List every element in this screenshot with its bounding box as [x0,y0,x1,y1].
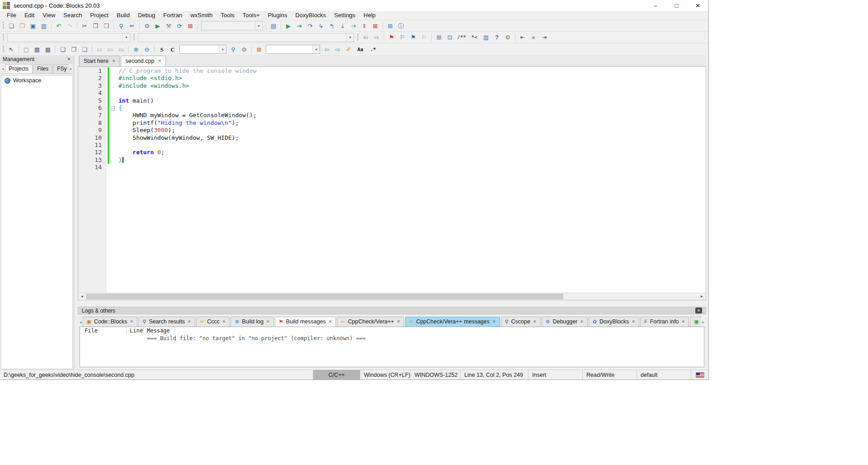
log-tab-cscope[interactable]: ⚲Cscope✕ [501,317,541,327]
redo-icon[interactable]: ↷ [64,21,75,31]
fold-margin[interactable] [109,157,116,164]
fold-margin[interactable] [109,112,116,119]
line-number[interactable]: 5 [78,97,106,104]
line-number[interactable]: 13 [78,157,106,164]
jump-back-icon[interactable]: ⇤ [517,33,528,43]
log-tab-debugger[interactable]: ⚙Debugger✕ [542,317,588,327]
clear-search-icon[interactable]: ⊠ [254,44,264,54]
log-tab-search-results[interactable]: ⚲Search results✕ [138,317,195,327]
maximize-icon[interactable]: □ [666,0,687,11]
menu-tools[interactable]: Tools [217,11,238,20]
close-tab-icon[interactable]: ✕ [632,319,635,324]
close-tab-icon[interactable]: ✕ [329,319,332,324]
close-tab-icon[interactable]: ✕ [397,319,401,324]
management-tab-files[interactable]: Files [33,64,52,73]
wxsmith-border2-icon[interactable]: ▭ [105,44,116,54]
break-debugger-icon[interactable]: ‖ [359,21,370,31]
wxsmith-panel-icon[interactable]: ▢ [21,44,32,54]
fold-margin[interactable] [109,97,116,104]
fold-margin[interactable]: − [109,104,116,112]
wxsmith-grid-icon[interactable]: ▩ [42,44,53,54]
debug-continue-icon[interactable]: ▶ [283,21,294,31]
line-number[interactable]: 8 [78,119,106,127]
step-out-icon[interactable]: ↰ [326,21,337,31]
cut-icon[interactable]: ✂ [79,21,90,31]
clear-bookmarks-icon[interactable]: ⚐ [419,33,429,43]
fold-margin[interactable] [109,67,116,75]
log-tab-cppcheck-vera[interactable]: ✏CppCheck/Vera++✕ [337,317,404,327]
fold-margin[interactable] [109,142,116,149]
menu-doxyblocks[interactable]: DoxyBlocks [291,11,330,20]
paste-icon[interactable]: ❒ [101,21,112,31]
nav-back-icon[interactable]: ⇦ [360,33,371,43]
fold-margin[interactable] [109,164,116,171]
log-tab-build-log[interactable]: ⚙Build log✕ [231,317,274,327]
compiler-log-icon[interactable]: ▤ [268,21,279,31]
code-text[interactable]: // C program to hide the console window [116,67,256,75]
scroll-left-icon[interactable]: ◄ [78,293,86,300]
management-tabs-scroll-right-icon[interactable]: ▸ [69,66,73,73]
code-text[interactable]: int main() [116,97,154,104]
close-management-icon[interactable]: ✕ [67,57,71,62]
management-tab-projects[interactable]: Projects [5,64,33,73]
combo-arrow-icon[interactable]: ▼ [123,33,130,42]
jump-record-icon[interactable]: ● [528,33,539,43]
fold-margin[interactable] [109,127,116,134]
fold-margin[interactable] [109,134,116,142]
code-text[interactable]: #include <windows.h> [116,82,189,90]
wxsmith-dialog-icon[interactable]: ❐ [68,44,79,54]
doxy-extract-icon[interactable]: ⊞ [434,33,444,43]
log-tab-cccc[interactable]: ✏Cccc✕ [196,317,230,327]
doxy-settings-icon[interactable]: ⚙ [502,33,513,43]
fold-margin[interactable] [109,149,116,156]
highlight-c-icon[interactable]: C [167,44,178,54]
find-icon[interactable]: ⚲ [116,21,127,31]
doxy-line-comment-icon[interactable]: *< [468,33,481,43]
function-combo[interactable]: ▼ [138,33,354,42]
toggle-bookmark-icon[interactable]: ⚑ [386,33,397,43]
log-tabs-scroll-right-icon[interactable]: ▸ [701,320,705,327]
highlight-syntax-icon[interactable]: S [156,44,167,54]
log-row[interactable]: === Build file: "no target" in "no proje… [80,335,704,342]
combo-arrow-icon[interactable]: ▼ [255,22,262,30]
menu-plugins[interactable]: Plugins [264,11,292,20]
code-text[interactable]: ShowWindow(myWindow, SW_HIDE); [116,134,239,142]
toolbar-grip[interactable] [3,46,4,53]
combo-arrow-icon[interactable]: ▼ [346,33,354,42]
match-case-icon[interactable]: Aa [354,44,367,54]
close-tab-icon[interactable]: ✕ [266,319,270,324]
search-options-icon[interactable]: ⚙ [239,44,250,54]
prev-bookmark-icon[interactable]: ⚐ [397,33,408,43]
editor-tab-second-cpp[interactable]: second.cpp✕ [121,56,165,66]
combo-arrow-icon[interactable]: ▼ [219,45,226,53]
log-tab-cppcheck-vera-messages[interactable]: ✏CppCheck/Vera++ messages✕ [405,317,500,327]
menu-search[interactable]: Search [59,11,86,20]
log-tab-fortran-info[interactable]: FFortran info✕ [640,317,689,327]
line-number[interactable]: 11 [78,142,106,149]
step-into-instruction-icon[interactable]: ⇢ [348,21,359,31]
code-text[interactable]: printf("Hiding the window\n"); [116,119,239,127]
code-text[interactable] [116,142,118,149]
line-number[interactable]: 9 [78,127,106,134]
log-tab-build-messages[interactable]: ⚑Build messages✕ [275,317,336,327]
editor-horizontal-scrollbar[interactable]: ◄ ► [78,293,706,300]
code-text[interactable] [116,90,118,97]
highlight-occurrences-icon[interactable]: ✐ [343,44,354,54]
log-tab-doxyblocks[interactable]: ✿DoxyBlocks✕ [589,317,639,327]
close-icon[interactable]: ✕ [687,0,708,11]
fold-minus-icon[interactable]: − [111,106,115,110]
wxsmith-sizer-icon[interactable]: ▦ [32,44,42,54]
management-tab-fsy[interactable]: FSy [53,64,69,73]
menu-fortran[interactable]: Fortran [159,11,186,20]
build-target-combo[interactable]: ▼ [201,21,263,30]
fold-margin[interactable] [109,90,116,97]
scrollbar-track[interactable] [86,293,698,300]
code-text[interactable]: return 0; [116,149,165,156]
new-file-icon[interactable]: ❏ [6,21,17,31]
log-tabs-scroll-left-icon[interactable]: ◂ [79,320,83,327]
log-tab-code-blocks[interactable]: ▣Code::Blocks✕ [83,317,138,327]
minimize-icon[interactable]: – [645,0,666,11]
editor-tab-start-here[interactable]: Start here✕ [79,56,120,66]
doxy-wizard-icon[interactable]: ⊡ [444,33,455,43]
management-tabs-scroll-left-icon[interactable]: ◂ [1,66,5,73]
